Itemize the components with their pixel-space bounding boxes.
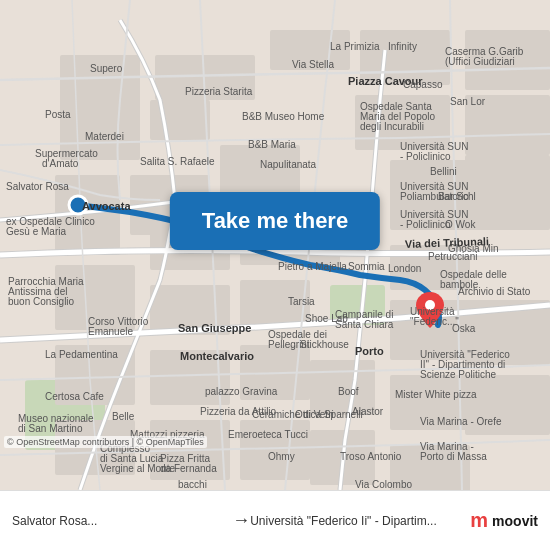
svg-text:Oska: Oska — [452, 323, 476, 334]
origin-location[interactable]: Salvator Rosa... — [12, 514, 232, 528]
svg-text:Napulitanata: Napulitanata — [260, 159, 317, 170]
svg-text:Porto: Porto — [355, 345, 384, 357]
svg-text:Pietro a Majella: Pietro a Majella — [278, 261, 347, 272]
origin-text: Salvator Rosa... — [12, 514, 97, 528]
svg-text:buon Consiglio: buon Consiglio — [8, 296, 75, 307]
svg-text:Materdei: Materdei — [85, 131, 124, 142]
svg-text:Porto di Massa: Porto di Massa — [420, 451, 487, 462]
svg-text:palazzo Gravina: palazzo Gravina — [205, 386, 278, 397]
svg-text:bacchi: bacchi — [178, 479, 207, 490]
svg-text:Infinity: Infinity — [388, 41, 417, 52]
moovit-brand-text: moovit — [492, 513, 538, 529]
svg-text:La Pedamentina: La Pedamentina — [45, 349, 118, 360]
svg-text:Santa Chiara: Santa Chiara — [335, 319, 394, 330]
svg-text:London: London — [388, 263, 421, 274]
arrow-icon: → — [232, 510, 250, 531]
svg-text:Scienze Politiche: Scienze Politiche — [420, 369, 497, 380]
svg-text:Via Colombo: Via Colombo — [355, 479, 413, 490]
svg-text:Tarsia: Tarsia — [288, 296, 315, 307]
svg-text:(Uffici Giudiziari: (Uffici Giudiziari — [445, 56, 515, 67]
svg-text:Belle: Belle — [112, 411, 135, 422]
svg-text:degli Incurabili: degli Incurabili — [360, 121, 424, 132]
svg-text:Alastor: Alastor — [352, 406, 384, 417]
svg-text:Bellini: Bellini — [430, 166, 457, 177]
svg-text:Certosa Cafe: Certosa Cafe — [45, 391, 104, 402]
destination-location[interactable]: Università "Federico Ii" - Dipartim... — [250, 514, 470, 528]
take-me-there-button[interactable]: Take me there — [170, 192, 380, 250]
map-attribution: © OpenStreetMap contributors | © OpenMap… — [4, 436, 207, 448]
svg-text:La Primizia: La Primizia — [330, 41, 380, 52]
moovit-logo: m moovit — [470, 509, 538, 532]
svg-text:Capasso: Capasso — [403, 79, 443, 90]
svg-text:Supero: Supero — [90, 63, 123, 74]
svg-text:Ohmy: Ohmy — [268, 451, 295, 462]
svg-text:Salita S. Rafaele: Salita S. Rafaele — [140, 156, 215, 167]
svg-text:Via Marina - Orefe: Via Marina - Orefe — [420, 416, 502, 427]
svg-text:Emanuele: Emanuele — [88, 326, 133, 337]
svg-text:da Fernanda: da Fernanda — [160, 463, 217, 474]
svg-text:Montecalvario: Montecalvario — [180, 350, 254, 362]
svg-text:di San Martino: di San Martino — [18, 423, 83, 434]
destination-text: Università "Federico Ii" - Dipartim... — [250, 514, 437, 528]
map-container: Supero Posta Materdei Supermercato d'Ama… — [0, 0, 550, 490]
svg-text:Troso Antonio: Troso Antonio — [340, 451, 402, 462]
svg-text:B&B Museo Home: B&B Museo Home — [242, 111, 325, 122]
moovit-m-icon: m — [470, 509, 488, 532]
svg-text:Salvator Rosa: Salvator Rosa — [6, 181, 69, 192]
svg-text:O Wok: O Wok — [445, 219, 476, 230]
svg-text:San Giuseppe: San Giuseppe — [178, 322, 251, 334]
svg-text:Sommia: Sommia — [348, 261, 385, 272]
svg-text:Gesù e Maria: Gesù e Maria — [6, 226, 66, 237]
svg-text:Pizzeria Starita: Pizzeria Starita — [185, 86, 253, 97]
svg-text:Bar Schl: Bar Schl — [438, 191, 476, 202]
svg-text:Mister White pizza: Mister White pizza — [395, 389, 477, 400]
svg-text:B&B Maria: B&B Maria — [248, 139, 296, 150]
svg-rect-9 — [465, 155, 550, 230]
svg-text:Posta: Posta — [45, 109, 71, 120]
svg-text:Archivio di Stato: Archivio di Stato — [458, 286, 531, 297]
svg-text:Petrucciani: Petrucciani — [428, 251, 477, 262]
svg-text:Stickhouse: Stickhouse — [300, 339, 349, 350]
svg-text:Via Stella: Via Stella — [292, 59, 335, 70]
svg-text:Boof: Boof — [338, 386, 359, 397]
svg-text:Emeroeteca Tucci: Emeroeteca Tucci — [228, 429, 308, 440]
svg-text:- Policlinico: - Policlinico — [400, 219, 451, 230]
svg-text:d'Amato: d'Amato — [42, 158, 79, 169]
bottom-bar: Salvator Rosa... → Università "Federico … — [0, 490, 550, 550]
svg-text:Avvocata: Avvocata — [82, 200, 131, 212]
svg-text:San Lor: San Lor — [450, 96, 486, 107]
svg-text:- Policlinico: - Policlinico — [400, 151, 451, 162]
